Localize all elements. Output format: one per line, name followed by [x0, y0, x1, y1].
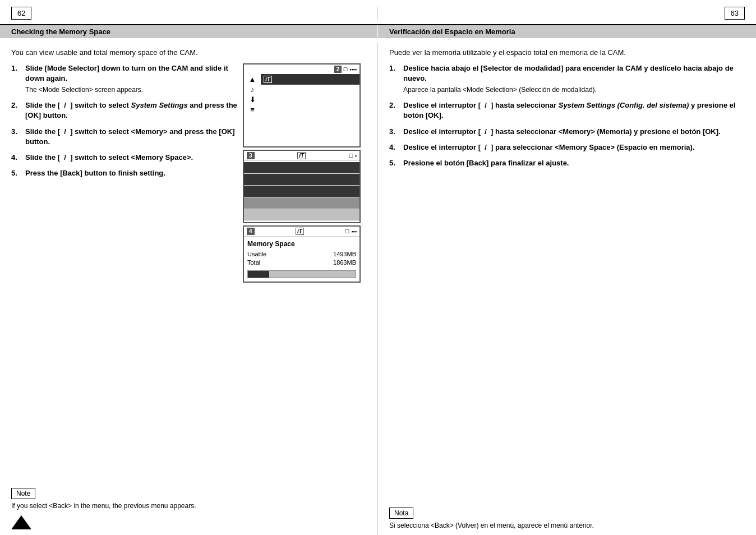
step-content-2: Slide the [ / ] switch to select System …: [25, 100, 243, 121]
screen4-total-value: 1863MB: [333, 259, 356, 266]
right-header: 63: [378, 7, 745, 20]
step-num-4: 4.: [11, 153, 22, 163]
left-note-label: Note: [11, 488, 35, 499]
arrow-up-icon: ▲: [249, 75, 256, 84]
screen4-mem-icon: ☐: [345, 229, 349, 234]
right-note-section: Nota Si selecciona <Back> (Volver) en el…: [389, 499, 745, 529]
device-screen-2: 2 ☐ ▪▪▪▪ ▲ ♪ ⬇ ≡: [243, 63, 361, 147]
left-step-2: 2. Slide the [ / ] switch to select Syst…: [11, 100, 243, 121]
device-screens: 2 ☐ ▪▪▪▪ ▲ ♪ ⬇ ≡: [243, 63, 366, 283]
left-note-text: If you select <Back> in the menu, the pr…: [11, 502, 366, 510]
screen4-status-icons: ☐ ▪▪▪: [345, 229, 357, 234]
right-steps: 1. Deslice hacia abajo el [Selector de m…: [389, 63, 745, 499]
right-intro: Puede ver la memoria utilizable y el esp…: [389, 48, 745, 57]
right-step-num-4: 4.: [389, 142, 400, 153]
screen4-title: Memory Space: [247, 240, 356, 248]
right-step-4: 4. Deslice el interruptor [ / ] para sel…: [389, 142, 745, 153]
screen4-bar-bg: [247, 270, 356, 278]
left-step-1: 1. Slide [Mode Selector] down to turn on…: [11, 63, 243, 95]
left-note-section: Note If you select <Back> in the menu, t…: [11, 479, 366, 529]
right-step-content-4: Deslice el interruptor [ / ] para selecc…: [403, 142, 745, 153]
device-screen-4: 4 iT ☐ ▪▪▪ Memory Space Usable 1493MB: [243, 225, 361, 283]
main-content: You can view usable and total memory spa…: [0, 43, 756, 535]
step-content-3: Slide the [ / ] switch to select <Memory…: [25, 127, 243, 147]
screen3-top-bar: 3 iT ☐ ▪: [244, 151, 359, 161]
header-area: 62 63: [0, 0, 756, 24]
screen4-bar-fill: [248, 271, 269, 278]
screen4-usable-value: 1493MB: [333, 251, 356, 257]
screen3-status-icons: ☐ ▪: [349, 153, 357, 159]
screen2-top-bar: 2 ☐ ▪▪▪▪: [244, 64, 359, 74]
screen3-bat-icon: ▪: [355, 153, 357, 159]
arrow-down-icon: ⬇: [250, 95, 256, 104]
left-steps: 1. Slide [Mode Selector] down to turn on…: [11, 63, 243, 283]
screen3-mem-icon: ☐: [349, 153, 353, 159]
screen2-status-icons: ☐ ▪▪▪▪: [343, 66, 357, 73]
section-title-bar: Checking the Memory Space Verificación d…: [0, 25, 756, 38]
screen4-it-icon: iT: [296, 228, 304, 235]
right-step-content-1: Deslice hacia abajo el [Selector de moda…: [403, 63, 745, 95]
left-column: You can view usable and total memory spa…: [0, 43, 378, 535]
left-intro: You can view usable and total memory spa…: [11, 48, 366, 57]
screen4-row-usable: Usable 1493MB: [247, 251, 356, 257]
page-container: 62 63 Checking the Memory Space Verifica…: [0, 0, 756, 535]
right-step-3: 3. Deslice el interruptor [ / ] hasta se…: [389, 127, 745, 137]
step-num-2: 2.: [11, 100, 22, 121]
screen4-step-num: 4: [247, 228, 255, 235]
screen3-row-5: [244, 209, 359, 221]
screen2-step-num: 2: [334, 66, 342, 73]
right-step-content-3: Deslice el interruptor [ / ] hasta selec…: [403, 127, 745, 137]
screen2-bat-icon: ▪▪▪▪: [349, 67, 357, 72]
screen4-row-total: Total 1863MB: [247, 259, 356, 266]
menu-icon: ≡: [250, 105, 255, 114]
right-step-content-5: Presione el botón [Back] para finalizar …: [403, 158, 745, 168]
music-icon: ♪: [251, 85, 255, 94]
right-page-number: 63: [725, 7, 745, 20]
screen3-row-3: [244, 186, 359, 197]
screen4-total-label: Total: [247, 259, 260, 266]
right-step-num-3: 3.: [389, 127, 400, 137]
device-screen-3: 3 iT ☐ ▪: [243, 150, 361, 223]
right-note-text: Si selecciona <Back> (Volver) en el menú…: [389, 522, 745, 529]
step-content-4: Slide the [ / ] switch to select <Memory…: [25, 153, 243, 163]
left-step-4: 4. Slide the [ / ] switch to select <Mem…: [11, 153, 243, 163]
screen4-bar: [247, 270, 356, 278]
step-content-5: Press the [Back] button to finish settin…: [25, 168, 243, 178]
left-step-5: 5. Press the [Back] button to finish set…: [11, 168, 243, 178]
right-note-label: Nota: [389, 508, 413, 519]
right-step-2: 2. Deslice el interruptor [ / ] hasta se…: [389, 100, 745, 121]
right-step-content-2: Deslice el interruptor [ / ] hasta selec…: [403, 100, 745, 121]
it-icon-screen2: iT: [264, 76, 272, 83]
step-num-5: 5.: [11, 168, 22, 178]
screen2-highlighted-item: iT: [261, 74, 359, 85]
screen3-step-num: 3: [247, 152, 255, 159]
right-step-1: 1. Deslice hacia abajo el [Selector de m…: [389, 63, 745, 95]
right-column: Puede ver la memoria utilizable y el esp…: [378, 43, 756, 535]
step-num-3: 3.: [11, 127, 22, 147]
right-step-num-5: 5.: [389, 158, 400, 168]
step-num-1: 1.: [11, 63, 22, 95]
right-section-title: Verificación del Espacio en Memoria: [378, 25, 756, 38]
screen2-content: ▲ ♪ ⬇ ≡ iT: [244, 74, 359, 141]
left-page-number: 62: [11, 7, 31, 20]
right-step-num-2: 2.: [389, 100, 400, 121]
screen3-row-4: [244, 197, 359, 209]
right-step-num-1: 1.: [389, 63, 400, 95]
screen2-mem-icon: ☐: [343, 67, 348, 72]
screen4-body: Memory Space Usable 1493MB Total 1863MB: [244, 237, 359, 282]
screen3-body: [244, 161, 359, 222]
triangle-up-icon: [11, 515, 31, 529]
right-step-5: 5. Presione el botón [Back] para finaliz…: [389, 158, 745, 168]
left-header: 62: [11, 7, 378, 20]
screen2-main: iT: [261, 74, 359, 141]
screen2-left-icons: ▲ ♪ ⬇ ≡: [244, 74, 261, 141]
screen3-row-1: [244, 162, 359, 174]
step-content-1: Slide [Mode Selector] down to turn on th…: [25, 63, 243, 95]
screen3-it-icon: iT: [297, 152, 306, 159]
screen4-top-bar: 4 iT ☐ ▪▪▪: [244, 227, 359, 237]
left-section-title: Checking the Memory Space: [0, 25, 378, 38]
left-step-3: 3. Slide the [ / ] switch to select <Mem…: [11, 127, 243, 147]
screen4-bat-icon: ▪▪▪: [351, 229, 357, 234]
left-instructions: 1. Slide [Mode Selector] down to turn on…: [11, 63, 366, 283]
screen3-row-2: [244, 174, 359, 186]
